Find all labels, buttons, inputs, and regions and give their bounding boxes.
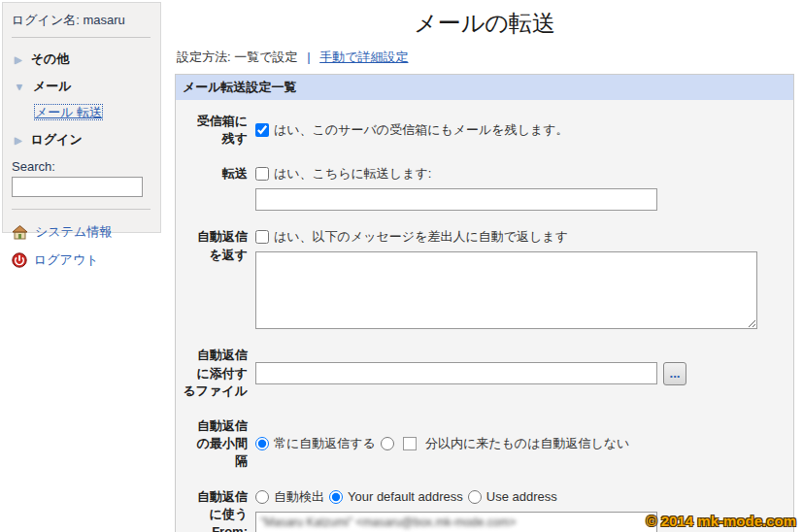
row-attachment: 自動返信 に添付す るファイル ... (182, 338, 786, 409)
row-label: 受信箱に 残す (182, 113, 248, 148)
interval-radio-group: 常に自動返信する 分以内に来たものは自動返信しない (255, 435, 786, 452)
search-label: Search: (12, 159, 152, 174)
sidebar-item-mail[interactable]: ▼ メール (12, 73, 152, 100)
row-label: 転送 (182, 165, 248, 183)
autoreply-checkbox[interactable] (255, 230, 269, 244)
sidebar-item-label: その他 (31, 50, 70, 68)
forward-address-input[interactable] (255, 188, 657, 211)
from-address-input[interactable]: "Masaru Katzumi" <masaru@box.mk-mode.com… (255, 512, 657, 532)
forward-checkbox-line: はい、こちらに転送します: (255, 165, 786, 183)
file-browse-button[interactable]: ... (663, 362, 686, 385)
interval-timed-radio[interactable] (381, 437, 394, 450)
interval-always-label: 常に自動返信する (274, 435, 376, 452)
manual-setting-link[interactable]: 手動で詳細設定 (319, 50, 408, 64)
page: ログイン名: masaru ▶ その他 ▼ メール メール 転送 ▶ ログイン … (0, 0, 803, 532)
keep-checkbox-line: はい、このサーバの受信箱にもメールを残します。 (255, 121, 786, 139)
row-label: 自動返信 を返す (182, 228, 248, 263)
sidebar-submenu: メール 転送 (12, 100, 152, 126)
setting-method-line: 設定方法: 一覧で設定 | 手動で詳細設定 (177, 49, 794, 66)
forward-checkbox[interactable] (255, 167, 269, 181)
panel-title: メール転送設定一覧 (176, 75, 793, 100)
sidebar-divider (12, 209, 151, 210)
logout-row: ログアウト (12, 246, 152, 274)
copyright: © 2014 mk-mode.com (647, 513, 796, 529)
autoreply-message-textarea[interactable] (255, 251, 757, 329)
chevron-down-icon: ▼ (15, 82, 24, 92)
chevron-right-icon: ▶ (15, 54, 22, 65)
keep-checkbox-label: はい、このサーバの受信箱にもメールを残します。 (274, 121, 569, 139)
forward-checkbox-label: はい、こちらに転送します: (274, 165, 431, 183)
from-autodetect-radio[interactable] (255, 490, 269, 504)
from-autodetect-label: 自動検出 (274, 488, 324, 506)
from-useaddress-radio[interactable] (468, 490, 482, 504)
row-forward: 転送 はい、こちらに転送します: (182, 156, 786, 219)
sidebar-item-other[interactable]: ▶ その他 (12, 46, 152, 73)
method-separator: | (307, 50, 310, 64)
sidebar-item-label: メール (33, 78, 72, 95)
sidebar-link-mail-forward[interactable]: メール 転送 (35, 105, 102, 119)
row-min-interval: 自動返信 の最小間 隔 常に自動返信する 分以内に来たものは自動返信しない (182, 409, 786, 480)
from-address-value-blurred: "Masaru Katzumi" <masaru@box.mk-mode.com… (260, 515, 516, 529)
from-useaddress-label: Use address (486, 489, 557, 504)
row-keep-in-inbox: 受信箱に 残す はい、このサーバの受信箱にもメールを残します。 (182, 104, 786, 156)
panel-rows: 受信箱に 残す はい、このサーバの受信箱にもメールを残します。 転送 はい、こち… (176, 100, 793, 532)
mail-forward-panel: メール転送設定一覧 受信箱に 残す はい、このサーバの受信箱にもメールを残します… (175, 74, 794, 532)
system-info-link[interactable]: システム情報 (35, 223, 112, 241)
search-input[interactable] (12, 177, 143, 197)
sidebar-item-label: ログイン (31, 131, 83, 149)
logout-link[interactable]: ログアウト (34, 251, 99, 269)
power-icon (12, 252, 27, 268)
chevron-right-icon: ▶ (15, 135, 22, 146)
interval-timed-label: 分以内に来たものは自動返信しない (425, 435, 629, 452)
row-label: 自動返信 に添付す るファイル (182, 347, 248, 400)
method-current-label: 設定方法: 一覧で設定 (177, 50, 298, 64)
main-content: メールの転送 設定方法: 一覧で設定 | 手動で詳細設定 メール転送設定一覧 受… (175, 0, 794, 532)
from-default-label: Your default address (348, 489, 463, 504)
from-default-radio[interactable] (329, 490, 343, 504)
system-info-row: システム情報 (12, 217, 152, 246)
interval-always-radio[interactable] (255, 437, 269, 450)
keep-checkbox[interactable] (255, 123, 269, 137)
row-label: 自動返信 の最小間 隔 (182, 417, 248, 471)
autoreply-checkbox-label: はい、以下のメッセージを差出人に自動で返します (274, 228, 568, 246)
home-icon (12, 224, 28, 240)
sidebar-item-login[interactable]: ▶ ログイン (12, 126, 152, 153)
row-label: 自動返信 に使う From: (182, 488, 248, 532)
login-name: ログイン名: masaru (12, 12, 152, 29)
page-title: メールの転送 (175, 0, 794, 39)
attachment-file-input[interactable] (255, 362, 657, 384)
from-radio-group: 自動検出 Your default address Use address (255, 488, 786, 506)
interval-minutes-input[interactable] (403, 437, 417, 450)
sidebar-divider (12, 37, 151, 38)
row-autoreply: 自動返信 を返す はい、以下のメッセージを差出人に自動で返します (182, 219, 786, 338)
sidebar: ログイン名: masaru ▶ その他 ▼ メール メール 転送 ▶ ログイン … (2, 2, 161, 233)
autoreply-checkbox-line: はい、以下のメッセージを差出人に自動で返します (255, 228, 786, 246)
